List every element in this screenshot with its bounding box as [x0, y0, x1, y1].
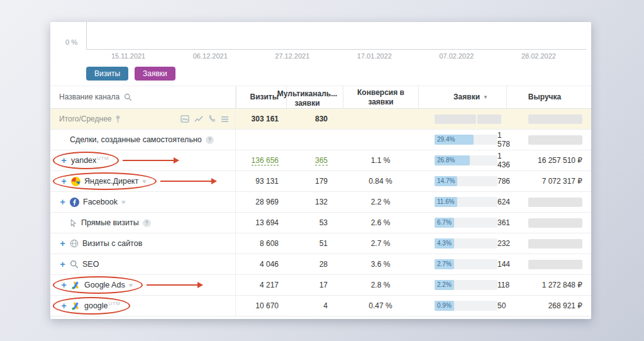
search-icon[interactable]: [124, 93, 132, 101]
multichannel-cell: 4: [286, 296, 343, 316]
favorite-heart-icon[interactable]: ♥: [121, 198, 126, 206]
channel-name[interactable]: Визиты с сайтов: [82, 239, 142, 248]
expand-icon[interactable]: +: [59, 238, 66, 249]
utm-badge: UTM: [109, 301, 121, 306]
channel-name-group: +SEO: [59, 259, 99, 269]
chart-x-tick-label: 17.01.2022: [357, 52, 392, 60]
channel-name[interactable]: yandexUTM: [71, 155, 109, 165]
hidden-value-placeholder: [528, 239, 582, 249]
table-row[interactable]: +Яндекс.Директ♥93 1311790.84 %14.7%7867 …: [50, 171, 591, 192]
channel-name-group: +Визиты с сайтов: [59, 238, 142, 249]
utm-badge: UTM: [97, 155, 109, 161]
visits-header-label: Визиты: [250, 92, 279, 102]
phone-icon[interactable]: [208, 115, 216, 123]
favorite-heart-icon[interactable]: ♥: [142, 177, 147, 185]
conversion-cell: 2.7 %: [343, 233, 418, 254]
help-icon[interactable]: ?: [206, 136, 214, 144]
expand-icon[interactable]: +: [60, 280, 67, 290]
table-row[interactable]: +Google Ads♥4 217172.8 %2.2%1181 272 848…: [50, 275, 591, 296]
table-row[interactable]: +Сделки, созданные самостоятельно?29.4%1…: [50, 130, 591, 150]
column-header-multichannel[interactable]: Мультиканаль... заявки: [286, 86, 343, 108]
pin-icon: [115, 115, 121, 123]
channel-name[interactable]: Сделки, созданные самостоятельно: [70, 135, 202, 144]
visits-toggle-button[interactable]: Визиты: [86, 67, 128, 81]
list-icon[interactable]: [221, 116, 229, 123]
chart-x-tick-label: 27.12.2021: [275, 52, 309, 60]
sort-desc-icon[interactable]: ▼: [483, 94, 488, 101]
revenue-cell: [506, 130, 591, 150]
conversion-cell: 3.6 %: [343, 254, 418, 274]
channel-name[interactable]: Google Ads: [84, 281, 125, 289]
visits-cell: 93 131: [236, 171, 286, 191]
image-icon[interactable]: [180, 115, 189, 123]
chart-x-ticks: 15.11.202106.12.202127.12.202117.01.2022…: [86, 52, 586, 60]
channel-name[interactable]: Facebook: [83, 198, 118, 206]
channel-cell: +Визиты с сайтов: [50, 233, 236, 254]
leads-percent: 26.8%: [435, 155, 457, 165]
multichannel-value[interactable]: 365: [315, 156, 328, 165]
revenue-cell: [506, 254, 591, 274]
hidden-value-placeholder: [528, 135, 582, 145]
column-header-conversion[interactable]: Конверсия в заявки: [343, 86, 418, 108]
revenue-value: 16 257 510 ₽: [538, 156, 582, 165]
channel-cell: +Сделки, созданные самостоятельно?: [50, 130, 236, 150]
table-row[interactable]: +Визиты с сайтов8 608512.7 %4.3%232: [50, 233, 591, 254]
column-header-leads[interactable]: Заявки ▼: [418, 86, 506, 108]
annotation-arrow: [123, 160, 178, 161]
hidden-value-placeholder: [528, 115, 582, 124]
total-label: Итого/Среднее: [59, 115, 112, 123]
expand-icon[interactable]: +: [59, 197, 66, 207]
favorite-heart-icon[interactable]: ♥: [129, 281, 133, 289]
expand-icon[interactable]: +: [60, 176, 67, 186]
channel-name[interactable]: SEO: [82, 260, 99, 269]
leads-cell: 6.7%361: [418, 213, 506, 233]
visits-value: 4 046: [260, 260, 279, 269]
leads-bar: 11.6%: [435, 197, 497, 207]
channel-cell: +googleUTM: [50, 296, 236, 316]
help-icon[interactable]: ?: [143, 219, 151, 227]
visits-value: 4 217: [260, 281, 279, 289]
multichannel-cell: 53: [286, 213, 343, 233]
visits-value[interactable]: 136 656: [252, 156, 279, 165]
table-row[interactable]: Прямые визиты?13 694532.6 %6.7%361: [50, 213, 591, 233]
table-row[interactable]: +googleUTM10 67040.47 %0.9%50268 921 ₽: [50, 296, 591, 316]
multichannel-cell: 179: [286, 171, 343, 191]
expand-icon[interactable]: +: [60, 301, 67, 311]
visits-cell: 136 656: [236, 150, 286, 170]
leads-cell: 4.3%232: [418, 233, 506, 254]
channel-name[interactable]: Яндекс.Директ: [84, 177, 138, 186]
cursor-icon: [69, 219, 77, 227]
table-row[interactable]: +Facebook♥28 9691322.2 %11.6%624: [50, 192, 591, 213]
annotation-arrow: [160, 181, 216, 182]
revenue-value: 1 272 848 ₽: [542, 281, 582, 289]
leads-bar: 4.3%: [435, 238, 497, 249]
table-row[interactable]: +SEO4 046283.6 %2.7%144: [50, 254, 591, 275]
conversion-cell: 2.8 %: [343, 275, 418, 295]
channel-name-group: +yandexUTM: [53, 152, 119, 169]
expand-icon[interactable]: +: [59, 259, 66, 269]
table-body: +Сделки, созданные самостоятельно?29.4%1…: [50, 130, 591, 316]
visits-cell: 4 046: [236, 254, 286, 274]
leads-percent: 6.7%: [435, 218, 454, 228]
total-row-tools: [180, 115, 235, 123]
leads-cell: 26.8%1 436: [418, 150, 506, 170]
chart-zero-label: 0 %: [65, 38, 77, 46]
table-row[interactable]: +yandexUTM136 6563651.1 %26.8%1 43616 25…: [50, 150, 591, 171]
visits-cell: [236, 130, 286, 150]
revenue-cell: 16 257 510 ₽: [506, 150, 591, 170]
revenue-value: 7 072 317 ₽: [542, 177, 582, 186]
expand-icon[interactable]: +: [60, 155, 67, 165]
channel-name[interactable]: googleUTM: [84, 301, 120, 310]
column-header-channel[interactable]: Название канала: [50, 86, 236, 108]
leads-percent: 14.7%: [435, 176, 457, 186]
channel-cell: +Google Ads♥: [50, 275, 236, 295]
revenue-cell: 7 072 317 ₽: [506, 171, 591, 191]
visits-value: 13 694: [255, 218, 279, 227]
column-header-revenue[interactable]: Выручка: [506, 86, 591, 108]
visits-cell: 4 217: [236, 275, 286, 295]
line-chart-icon[interactable]: [194, 115, 203, 123]
channel-name[interactable]: Прямые визиты: [81, 218, 139, 227]
leads-toggle-button[interactable]: Заявки: [135, 67, 175, 81]
table-header: Название канала Визиты Мультиканаль... з…: [50, 86, 591, 109]
leads-bar: 29.4%: [435, 135, 497, 145]
